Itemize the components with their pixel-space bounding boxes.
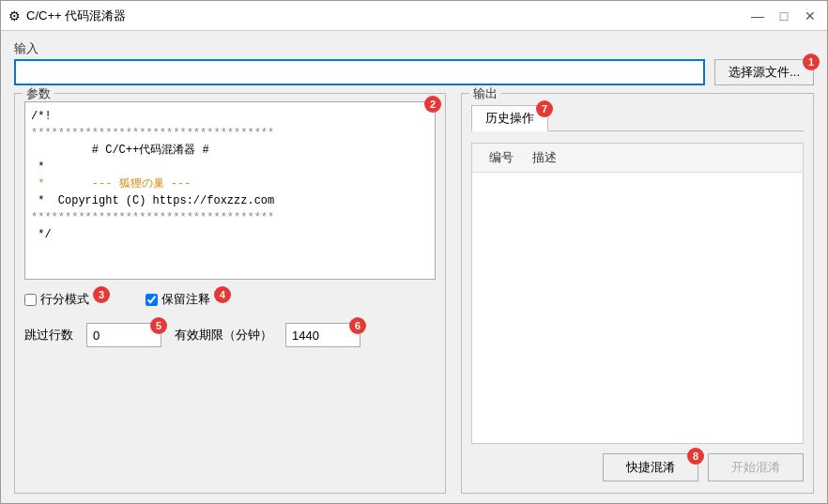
expire-label: 有效期限（分钟） xyxy=(175,327,272,344)
badge-7: 7 xyxy=(536,100,553,117)
app-icon: ⚙ xyxy=(8,8,21,23)
checkbox-row: 行分模式 3 保留注释 4 xyxy=(24,287,436,312)
badge-2: 2 xyxy=(424,96,441,113)
select-file-button[interactable]: 选择源文件... xyxy=(714,59,814,85)
start-obfuscate-button[interactable]: 开始混淆 xyxy=(708,453,804,481)
badge-8: 8 xyxy=(687,448,704,465)
window-controls: — □ ✕ xyxy=(748,7,820,25)
title-bar: ⚙ C/C++ 代码混淆器 — □ ✕ xyxy=(1,1,827,31)
group-container: 参数 /*! *********************************… xyxy=(14,93,814,494)
file-path-input[interactable] xyxy=(14,59,705,85)
input-label: 输入 xyxy=(14,40,814,57)
table-body xyxy=(472,173,803,360)
badge-3: 3 xyxy=(93,286,110,303)
badge-4: 4 xyxy=(214,286,231,303)
params-textarea[interactable]: /*! ************************************… xyxy=(24,101,436,280)
left-panel: 参数 /*! *********************************… xyxy=(14,93,446,494)
tab-history[interactable]: 历史操作 7 xyxy=(471,105,548,131)
badge-1: 1 xyxy=(803,53,820,70)
window-title: C/C++ 代码混淆器 xyxy=(26,8,748,24)
main-window: ⚙ C/C++ 代码混淆器 — □ ✕ 输入 选择源文件... 1 xyxy=(0,0,828,504)
output-label: 输出 xyxy=(469,85,501,102)
col-number: 编号 xyxy=(480,147,523,168)
history-table: 编号 描述 xyxy=(471,143,804,444)
table-header: 编号 描述 xyxy=(472,144,803,173)
input-row: 选择源文件... 1 xyxy=(14,59,814,85)
line-split-checkbox-label[interactable]: 行分模式 3 xyxy=(24,291,89,308)
badge-5: 5 xyxy=(150,317,167,334)
main-content: 输入 选择源文件... 1 参数 /*! **** xyxy=(1,31,827,503)
close-button[interactable]: ✕ xyxy=(801,7,820,25)
right-panel: 输出 历史操作 7 编号 描述 xyxy=(461,93,814,494)
quick-obfuscate-button[interactable]: 快捷混淆 xyxy=(603,453,698,481)
keep-comments-checkbox-label[interactable]: 保留注释 4 xyxy=(146,291,210,308)
line-split-label: 行分模式 xyxy=(40,291,89,308)
maximize-button[interactable]: □ xyxy=(774,7,793,25)
tab-bar: 历史操作 7 xyxy=(471,105,804,131)
col-desc: 描述 xyxy=(523,147,566,168)
keep-comments-checkbox[interactable] xyxy=(146,294,158,306)
skip-row: 跳过行数 5 有效期限（分钟） 6 xyxy=(24,319,436,351)
badge-6: 6 xyxy=(349,317,366,334)
line-split-checkbox[interactable] xyxy=(24,294,37,306)
minimize-button[interactable]: — xyxy=(748,7,767,25)
bottom-buttons: 快捷混淆 8 开始混淆 xyxy=(471,450,804,485)
keep-comments-label: 保留注释 xyxy=(161,291,210,308)
params-label: 参数 xyxy=(23,85,54,102)
skip-label: 跳过行数 xyxy=(24,327,73,344)
